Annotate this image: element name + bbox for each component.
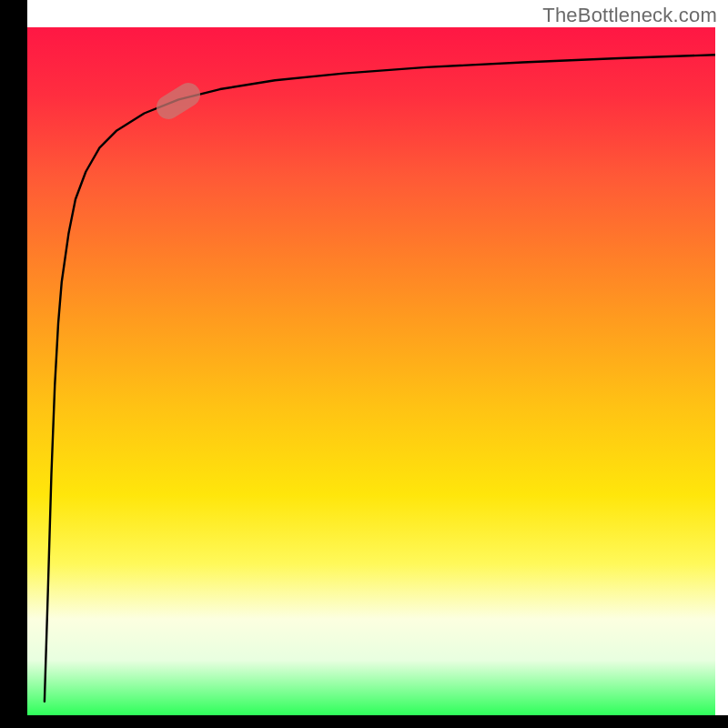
- chart-stage: TheBottleneck.com: [0, 0, 728, 728]
- bottleneck-curve: [45, 55, 715, 702]
- watermark-text: TheBottleneck.com: [542, 4, 717, 27]
- curve-layer: [27, 27, 715, 715]
- plot-area: [27, 27, 715, 715]
- y-axis-bar: [0, 0, 27, 715]
- x-axis-bar: [0, 715, 728, 728]
- highlight-marker: [152, 78, 205, 124]
